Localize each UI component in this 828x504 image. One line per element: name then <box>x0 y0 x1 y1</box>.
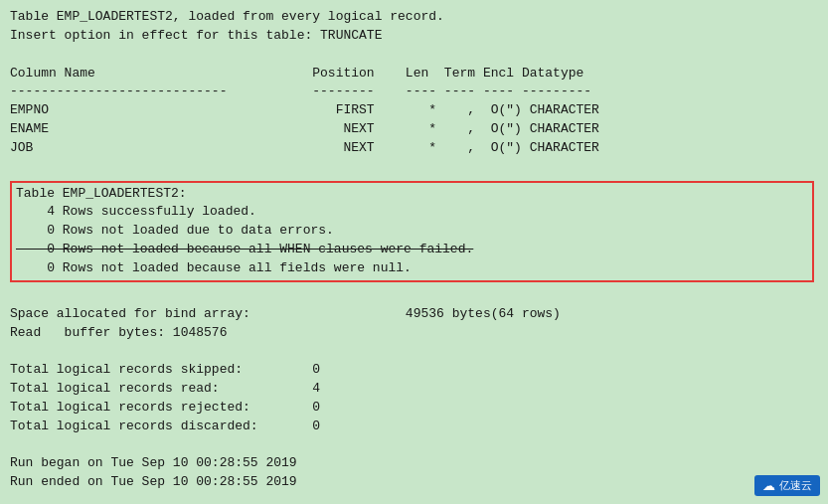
box-line2: 4 Rows successfully loaded. <box>16 203 808 222</box>
terminal: Table EMP_LOADERTEST2, loaded from every… <box>0 0 828 504</box>
result-box: Table EMP_LOADERTEST2: 4 Rows successful… <box>10 181 814 282</box>
box-line5: 0 Rows not loaded because all fields wer… <box>16 259 808 278</box>
line-blank6 <box>10 492 818 504</box>
line-empno: EMPNO FIRST * , O(") CHARACTER <box>10 101 818 120</box>
line-blank3 <box>10 286 818 305</box>
box-line3: 0 Rows not loaded due to data errors. <box>16 222 808 241</box>
line-read2: Total logical records read: 4 <box>10 380 818 399</box>
box-line1: Table EMP_LOADERTEST2: <box>16 185 808 204</box>
line-runbegan: Run began on Tue Sep 10 00:28:55 2019 <box>10 454 818 473</box>
line-job: JOB NEXT * , O(") CHARACTER <box>10 139 818 158</box>
line-discarded: Total logical records discarded: 0 <box>10 418 818 436</box>
box-line4-strike: 0 Rows not loaded because all WHEN claus… <box>16 241 808 259</box>
line-space1: Space allocated for bind array: 49536 by… <box>10 305 818 324</box>
watermark-text: 亿速云 <box>779 478 812 493</box>
line-blank5 <box>10 436 818 455</box>
watermark-icon: ☁ <box>762 478 775 493</box>
line-runended: Run ended on Tue Sep 10 00:28:55 2019 <box>10 473 818 492</box>
line-blank1 <box>10 46 818 65</box>
line-skipped: Total logical records skipped: 0 <box>10 361 818 380</box>
line-ename: ENAME NEXT * , O(") CHARACTER <box>10 120 818 139</box>
line-separator: ---------------------------- -------- --… <box>10 83 818 101</box>
line-rejected: Total logical records rejected: 0 <box>10 399 818 418</box>
line-header2: Insert option in effect for this table: … <box>10 27 818 46</box>
watermark-badge: ☁ 亿速云 <box>754 475 820 496</box>
line-colheader: Column Name Position Len Term Encl Datat… <box>10 65 818 84</box>
line-blank4 <box>10 342 818 361</box>
line-header1: Table EMP_LOADERTEST2, loaded from every… <box>10 8 818 27</box>
line-read: Read buffer bytes: 1048576 <box>10 324 818 343</box>
line-blank2 <box>10 158 818 177</box>
